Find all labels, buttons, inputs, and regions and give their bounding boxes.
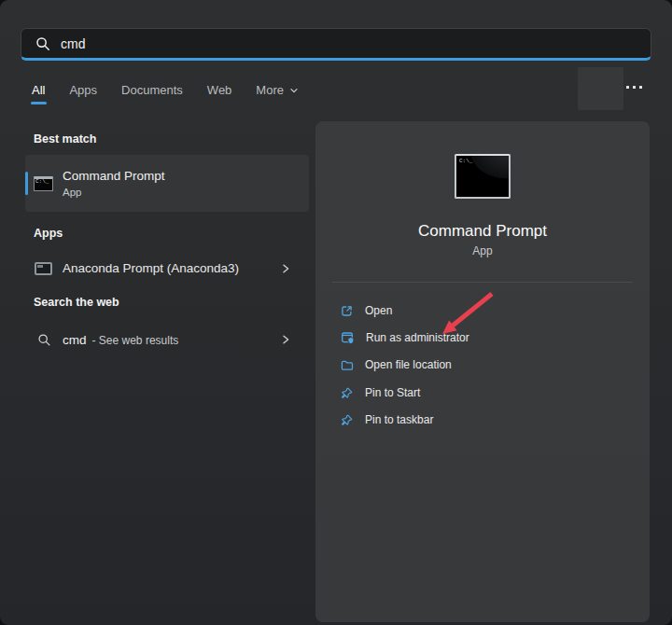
preview-title: Command Prompt [315,222,650,241]
run-as-admin-icon [340,330,355,345]
tab-all[interactable]: All [32,83,45,97]
search-filter-tabs: All Apps Documents Web More [32,83,299,97]
result-type: App [63,186,165,200]
action-label: Open [365,304,392,317]
chevron-down-icon [289,86,299,95]
web-query: cmd [63,333,87,347]
preview-panel: C:\_ Command Prompt App Open [315,121,650,622]
action-run-as-administrator[interactable]: Run as administrator [315,324,650,352]
action-label: Pin to taskbar [365,413,433,426]
folder-icon [340,358,354,372]
search-input[interactable]: cmd [21,28,651,61]
pin-icon [340,386,354,400]
app-result-anaconda-prompt[interactable]: Anaconda Prompt (Anaconda3) [25,253,309,284]
dot-icon [633,86,636,89]
best-match-heading: Best match [34,132,96,146]
web-result-text: cmd- See web results [63,331,178,348]
result-text: Command Prompt App [63,168,165,200]
tab-more[interactable]: More [256,83,299,97]
chevron-right-icon[interactable] [280,334,291,345]
search-icon [37,333,51,347]
action-pin-to-taskbar[interactable]: Pin to taskbar [315,406,650,434]
action-label: Run as administrator [366,331,469,344]
open-icon [340,304,354,318]
windows-search-flyout: cmd All Apps Documents Web More Best mat… [0,0,672,625]
action-open-file-location[interactable]: Open file location [315,351,650,379]
cmd-icon-glyph: C:\_ [459,158,472,164]
cmd-icon-glyph: C:\_ [35,179,49,185]
tab-more-label: More [256,83,284,97]
web-result-suffix: - See web results [92,334,179,347]
best-match-result-command-prompt[interactable]: C:\_ Command Prompt App [25,155,309,212]
search-query-text: cmd [61,36,85,51]
preview-type: App [315,244,650,257]
tab-documents[interactable]: Documents [121,83,183,97]
more-options-button[interactable] [626,86,642,89]
dot-icon [626,86,629,89]
action-label: Open file location [365,358,452,371]
selection-accent-bar [25,172,28,195]
search-icon [35,36,50,51]
result-title: Anaconda Prompt (Anaconda3) [63,261,239,275]
divider [332,282,633,283]
action-open[interactable]: Open [315,297,650,325]
dot-icon [639,86,642,89]
action-pin-to-start[interactable]: Pin to Start [315,379,650,407]
apps-heading: Apps [34,227,63,240]
search-the-web-heading: Search the web [34,296,119,309]
hover-highlight [578,67,623,110]
web-result-cmd[interactable]: cmd- See web results [25,326,309,354]
tab-web[interactable]: Web [207,83,232,97]
pin-icon [340,413,354,427]
tab-apps[interactable]: Apps [69,83,97,97]
selected-tab-indicator [31,102,47,104]
cmd-window-icon: C:\_ [34,176,53,191]
result-title: Command Prompt [63,168,165,184]
action-label: Pin to Start [365,386,420,399]
chevron-right-icon[interactable] [280,263,291,274]
console-window-icon [35,262,52,275]
cmd-window-icon-large: C:\_ [455,154,511,199]
